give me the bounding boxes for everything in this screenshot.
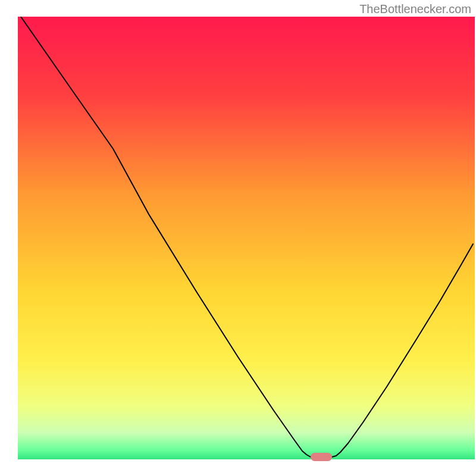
chart-container: TheBottlenecker.com <box>0 0 476 476</box>
plot-background-gradient <box>18 17 475 459</box>
optimum-marker <box>311 453 332 461</box>
bottleneck-chart <box>0 0 476 476</box>
watermark-text: TheBottlenecker.com <box>359 2 471 16</box>
